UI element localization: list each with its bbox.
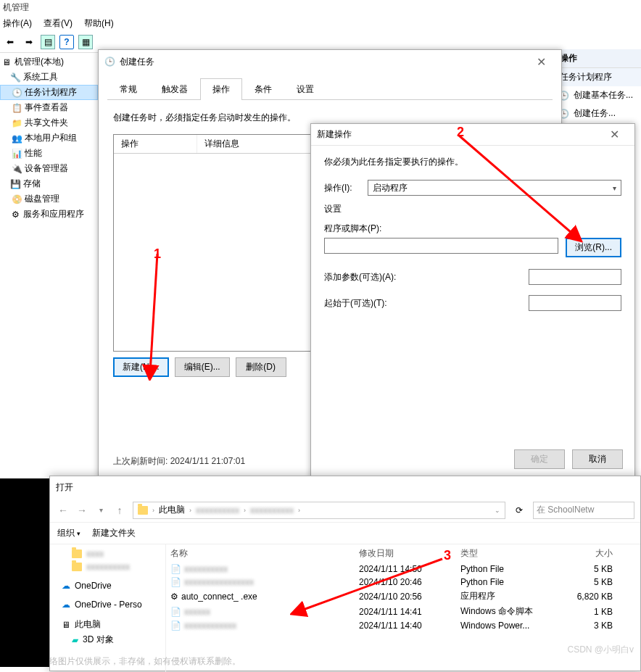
col-operation[interactable]: 操作: [114, 135, 197, 153]
chevron-right-icon: ›: [244, 507, 246, 514]
file-row[interactable]: 📄xxxxxx 2024/1/11 14:41 Windows 命令脚本 1 K…: [166, 604, 640, 619]
file-size: 3 KB: [555, 621, 613, 631]
menu-view[interactable]: 查看(V): [44, 17, 73, 30]
menu-help[interactable]: 帮助(H): [84, 17, 114, 30]
chevron-down-icon[interactable]: ⌄: [495, 507, 500, 514]
tab-strip: 常规 触发器 操作 条件 设置: [107, 78, 553, 100]
file-icon: 📄: [170, 607, 181, 617]
nav-tree: 🖥机管理(本地) 🔧系统工具 🕒任务计划程序 📋事件查看器 📁共享文件夹 👥本地…: [0, 53, 98, 488]
organize-menu[interactable]: 组织 ▾: [57, 527, 80, 539]
file-type: Windows Power...: [460, 621, 555, 631]
device-icon: 🔌: [12, 164, 22, 174]
sb-3d-objects[interactable]: ▰3D 对象: [50, 632, 165, 647]
action-select-value: 启动程序: [373, 182, 408, 194]
address-bar: ← → ▾ ↑ › 此电脑 › xxxxxxxxxx › xxxxxxxxxx …: [50, 498, 640, 523]
file-row[interactable]: 📄xxxxxxxxxxxx 2024/1/11 14:40 Windows Po…: [166, 619, 640, 632]
file-type: 应用程序: [460, 590, 555, 602]
menu-action[interactable]: 操作(A): [3, 17, 32, 30]
file-row[interactable]: ⚙auto_connect_ .exe 2024/1/10 20:56 应用程序…: [166, 589, 640, 604]
action-select[interactable]: 启动程序 ▾: [368, 180, 621, 196]
panel-create-task[interactable]: 🕒创建任务...: [554, 104, 641, 123]
tree-task-scheduler[interactable]: 🕒任务计划程序: [0, 85, 98, 100]
hdr-name[interactable]: 名称: [170, 547, 359, 560]
path-this-pc[interactable]: 此电脑: [159, 504, 185, 516]
open-titlebar[interactable]: 打开: [50, 476, 640, 498]
path-seg[interactable]: xxxxxxxxxx: [196, 505, 239, 515]
tab-actions[interactable]: 操作: [200, 78, 242, 100]
hdr-size[interactable]: 大小: [555, 547, 613, 560]
panel-create-basic[interactable]: 🕒创建基本任务...: [554, 86, 641, 104]
storage-icon: 💾: [10, 179, 20, 189]
cancel-button[interactable]: 取消: [572, 449, 623, 469]
shared-icon: 📁: [12, 118, 22, 128]
clock-icon: 🕒: [12, 88, 22, 98]
args-input[interactable]: [529, 269, 621, 285]
tree-services[interactable]: ⚙服务和应用程序: [0, 207, 98, 222]
delete-button[interactable]: 删除(D): [236, 357, 286, 377]
sb-onedrive-personal[interactable]: ☁OneDrive - Perso: [50, 598, 165, 611]
edit-button[interactable]: 编辑(E)...: [175, 357, 230, 377]
nav-up[interactable]: ↑: [112, 503, 127, 518]
tree-devmgr[interactable]: 🔌设备管理器: [0, 161, 98, 176]
startin-input[interactable]: [529, 295, 621, 311]
tree-event-viewer[interactable]: 📋事件查看器: [0, 100, 98, 115]
sb-folder[interactable]: xxxx: [50, 547, 165, 560]
new-folder-button[interactable]: 新建文件夹: [92, 527, 136, 539]
file-type: Windows 命令脚本: [460, 605, 555, 618]
tree-root[interactable]: 🖥机管理(本地): [0, 54, 98, 70]
ok-button[interactable]: 确定: [514, 449, 565, 469]
tb-help-icon[interactable]: ?: [59, 35, 74, 49]
close-button[interactable]: ✕: [600, 125, 629, 145]
browse-button[interactable]: 浏览(R)...: [566, 238, 621, 257]
panel-subheader: 任务计划程序: [554, 68, 641, 86]
file-date: 2024/1/11 14:50: [359, 564, 460, 574]
path-seg[interactable]: xxxxxxxxxx: [250, 505, 294, 515]
file-date: 2024/1/11 14:41: [359, 607, 460, 617]
instruction-text: 你必须为此任务指定要执行的操作。: [324, 156, 621, 168]
program-label: 程序或脚本(P):: [324, 223, 621, 235]
new-button[interactable]: 新建(N)...: [113, 357, 169, 377]
search-input[interactable]: 在 SchoolNetw: [533, 502, 634, 519]
nav-back[interactable]: ←: [56, 503, 70, 518]
file-row[interactable]: 📄xxxxxxxxxxxxxxxx 2024/1/10 20:46 Python…: [166, 576, 640, 589]
tb-fwd-icon[interactable]: ➡: [22, 35, 36, 49]
tb-list-icon[interactable]: ▦: [78, 35, 93, 49]
sb-folder[interactable]: xxxxxxxxxx: [50, 560, 165, 573]
disk-icon: 📀: [12, 194, 22, 204]
users-icon: 👥: [12, 133, 22, 144]
tree-perf[interactable]: 📊性能: [0, 146, 98, 161]
tab-settings[interactable]: 设置: [284, 78, 326, 100]
file-date: 2024/1/10 20:46: [359, 577, 460, 587]
dialog-titlebar[interactable]: 🕒 创建任务 ✕: [99, 50, 561, 73]
tree-systools[interactable]: 🔧系统工具: [0, 70, 98, 85]
tab-conditions[interactable]: 条件: [242, 78, 284, 100]
tb-props-icon[interactable]: ▤: [41, 35, 55, 49]
file-name: xxxxxxxxxx: [184, 564, 228, 574]
refresh-icon[interactable]: ⟳: [511, 502, 527, 518]
tree-diskmgr[interactable]: 📀磁盘管理: [0, 191, 98, 207]
sb-this-pc[interactable]: 🖥此电脑: [50, 617, 165, 632]
hdr-type[interactable]: 类型: [460, 547, 555, 560]
services-icon: ⚙: [10, 210, 20, 220]
tab-triggers[interactable]: 触发器: [149, 78, 200, 100]
file-type: Python File: [460, 577, 555, 587]
perf-icon: 📊: [12, 149, 22, 159]
tree-users[interactable]: 👥本地用户和组: [0, 130, 98, 146]
address-path[interactable]: › 此电脑 › xxxxxxxxxx › xxxxxxxxxx › ⌄: [133, 502, 505, 519]
program-input[interactable]: [324, 238, 558, 254]
tree-storage[interactable]: 💾存储: [0, 176, 98, 191]
nav-history[interactable]: ▾: [94, 503, 108, 518]
tree-shared[interactable]: 📁共享文件夹: [0, 115, 98, 130]
file-icon: 📄: [170, 621, 181, 631]
sb-onedrive[interactable]: ☁OneDrive: [50, 579, 165, 592]
tb-back-icon[interactable]: ⬅: [3, 35, 17, 49]
close-button[interactable]: ✕: [526, 51, 555, 72]
nav-fwd[interactable]: →: [75, 503, 89, 518]
black-bg: [0, 478, 49, 667]
dialog2-titlebar[interactable]: 新建操作 ✕: [311, 124, 634, 146]
startin-label: 起始于(可选)(T):: [324, 297, 387, 310]
computer-icon: 🖥: [1, 57, 12, 67]
file-row[interactable]: 📄xxxxxxxxxx 2024/1/11 14:50 Python File …: [166, 563, 640, 576]
open-file-dialog: 打开 ← → ▾ ↑ › 此电脑 › xxxxxxxxxx › xxxxxxxx…: [49, 476, 641, 671]
tab-general[interactable]: 常规: [107, 78, 149, 100]
